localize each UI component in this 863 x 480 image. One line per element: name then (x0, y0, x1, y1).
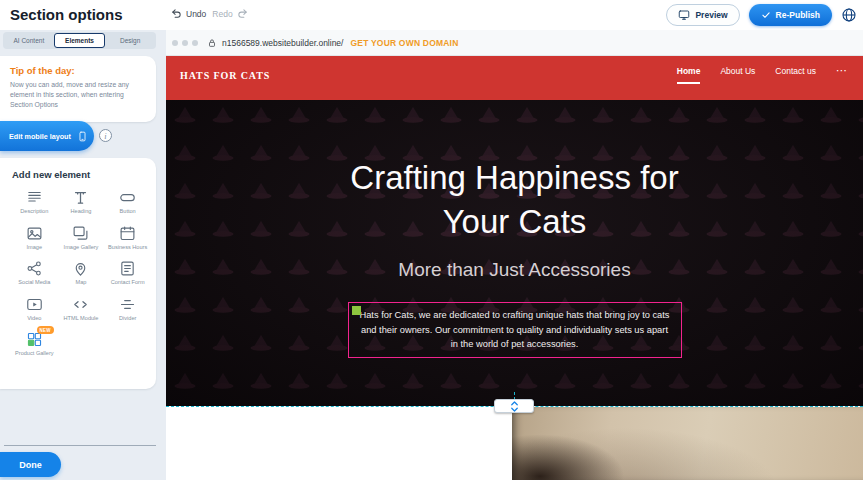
site-header: HATS FOR CATS Home About Us Contact us ⋯ (166, 56, 863, 100)
element-label: Button (120, 208, 136, 216)
tab-elements[interactable]: Elements (54, 33, 106, 48)
element-html-module[interactable]: HTML Module (59, 296, 104, 323)
hero-content: Crafting Happiness for Your Cats More th… (166, 100, 863, 406)
site-logo[interactable]: HATS FOR CATS (180, 70, 270, 81)
add-element-panel: Add new element Description Heading Butt… (0, 158, 156, 389)
next-section (166, 407, 863, 480)
browser-bar: n1566589.websitebuilder.online/ GET YOUR… (166, 30, 863, 56)
undo-label: Undo (186, 9, 206, 19)
lock-icon (207, 38, 217, 48)
element-social-media[interactable]: Social Media (12, 260, 57, 287)
redo-icon (237, 8, 248, 19)
element-label: Contact Form (111, 279, 145, 287)
info-icon[interactable]: i (99, 129, 112, 142)
monitor-icon (678, 9, 690, 21)
site-nav: Home About Us Contact us ⋯ (677, 66, 847, 84)
element-map[interactable]: Map (59, 260, 104, 287)
new-badge: NEW (37, 326, 54, 334)
description-icon (26, 189, 43, 206)
image-gallery-icon (72, 225, 89, 242)
element-label: Description (20, 208, 48, 216)
hero-paragraph: Hats for Cats, we are dedicated to craft… (359, 308, 671, 351)
hero-subtitle[interactable]: More than Just Accessories (398, 259, 630, 281)
tip-card: Tip of the day: Now you can add, move an… (0, 56, 156, 122)
sidebar-tabs: AI Content Elements Design (3, 32, 156, 49)
browser-dot (172, 40, 178, 46)
element-label: Image Gallery (64, 244, 99, 252)
element-label: Video (27, 315, 41, 323)
video-icon (26, 296, 43, 313)
button-icon (119, 189, 136, 206)
sidebar: AI Content Elements Design Tip of the da… (0, 30, 166, 480)
image-icon (26, 225, 43, 242)
element-label: Social Media (18, 279, 50, 287)
page-title: Section options (10, 6, 123, 23)
tip-title: Tip of the day: (10, 65, 146, 76)
site-preview: n1566589.websitebuilder.online/ GET YOUR… (166, 30, 863, 480)
section-resize-handle[interactable] (494, 399, 534, 413)
social-media-icon (26, 260, 43, 277)
element-heading[interactable]: Heading (59, 189, 104, 216)
republish-label: Re-Publish (776, 10, 820, 20)
nav-more-icon[interactable]: ⋯ (836, 66, 847, 80)
tab-ai-content[interactable]: AI Content (4, 33, 54, 48)
edit-mobile-layout-button[interactable]: Edit mobile layout (0, 121, 94, 151)
check-icon (761, 10, 771, 20)
contact-form-icon (119, 260, 136, 277)
html-module-icon (72, 296, 89, 313)
topbar-actions: Preview Re-Publish (666, 4, 857, 26)
hero-title[interactable]: Crafting Happiness for Your Cats (350, 156, 678, 243)
element-drag-handle[interactable] (352, 306, 361, 315)
element-button[interactable]: Button (105, 189, 150, 216)
tip-body: Now you can add, move and resize any ele… (10, 80, 146, 111)
website-canvas: HATS FOR CATS Home About Us Contact us ⋯ (166, 56, 863, 480)
element-business-hours[interactable]: Business Hours (105, 225, 150, 252)
preview-label: Preview (695, 10, 727, 20)
redo-button[interactable]: Redo (212, 8, 247, 19)
sidebar-divider (4, 445, 156, 446)
resize-arrows-icon (510, 401, 519, 412)
element-grid: Description Heading Button Image Image G… (12, 189, 150, 358)
element-image-gallery[interactable]: Image Gallery (59, 225, 104, 252)
nav-home[interactable]: Home (677, 66, 701, 84)
element-contact-form[interactable]: Contact Form (105, 260, 150, 287)
nav-about[interactable]: About Us (720, 66, 755, 82)
element-image[interactable]: Image (12, 225, 57, 252)
element-label: Heading (71, 208, 92, 216)
element-label: Business Hours (108, 244, 147, 252)
redo-label: Redo (212, 9, 232, 19)
topbar: Section options Undo Redo Preview Re-Pub… (0, 0, 863, 30)
browser-dot (192, 40, 198, 46)
divider-icon (119, 296, 136, 313)
element-label: Map (76, 279, 87, 287)
element-divider[interactable]: Divider (105, 296, 150, 323)
phone-icon (77, 129, 88, 144)
add-element-title: Add new element (12, 169, 150, 180)
undo-button[interactable]: Undo (171, 8, 206, 19)
element-label: HTML Module (64, 315, 99, 323)
browser-dot (182, 40, 188, 46)
element-description[interactable]: Description (12, 189, 57, 216)
hero-title-line2: Your Cats (350, 200, 678, 244)
hero-section: Crafting Happiness for Your Cats More th… (166, 100, 863, 406)
element-product-gallery[interactable]: NEW Product Gallery (12, 331, 57, 358)
selected-text-element[interactable]: Hats for Cats, we are dedicated to craft… (348, 302, 682, 358)
heading-icon (72, 189, 89, 206)
globe-icon[interactable] (841, 7, 857, 23)
element-label: Product Gallery (15, 350, 54, 358)
nav-contact[interactable]: Contact us (775, 66, 816, 82)
hero-title-line1: Crafting Happiness for (350, 156, 678, 200)
republish-button[interactable]: Re-Publish (749, 4, 832, 26)
url-text[interactable]: n1566589.websitebuilder.online/ (222, 38, 343, 48)
history-controls: Undo Redo (171, 8, 248, 19)
cat-photo (512, 407, 863, 480)
element-label: Divider (119, 315, 136, 323)
element-video[interactable]: Video (12, 296, 57, 323)
browser-dots (172, 40, 198, 46)
done-button[interactable]: Done (0, 452, 61, 477)
preview-button[interactable]: Preview (666, 4, 739, 26)
get-domain-link[interactable]: GET YOUR OWN DOMAIN (350, 38, 458, 48)
tab-design[interactable]: Design (105, 33, 155, 48)
element-label: Image (27, 244, 43, 252)
edit-mobile-label: Edit mobile layout (9, 132, 71, 141)
